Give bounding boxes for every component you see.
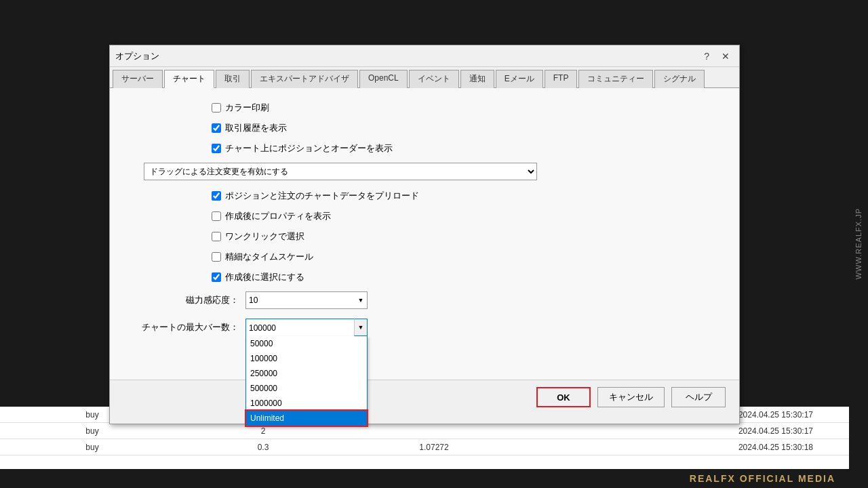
max-bars-input-wrapper[interactable]: ▼ 50000 100000 250000 500000 1000000 Unl…: [245, 319, 368, 336]
side-watermark: WWW.REALFX.JP: [849, 0, 868, 488]
max-bars-option-50000[interactable]: 50000: [246, 336, 367, 351]
tab-bar: サーバー チャート 取引 エキスパートアドバイザ OpenCL イベント 通知 …: [110, 67, 739, 88]
max-bars-option-500000[interactable]: 500000: [246, 381, 367, 396]
max-bars-option-unlimited[interactable]: Unlimited: [246, 411, 367, 426]
magnet-select-wrapper: 1 5 10 20 50 ▼: [245, 291, 368, 309]
tab-trade[interactable]: 取引: [216, 70, 250, 88]
magnet-label: 磁力感応度：: [130, 294, 239, 306]
preload-label[interactable]: ポジションと注文のチャートデータをプリロード: [225, 190, 419, 202]
tab-ftp[interactable]: FTP: [545, 70, 578, 88]
magnet-select[interactable]: 1 5 10 20 50: [245, 291, 368, 309]
cancel-button[interactable]: キャンセル: [597, 387, 665, 407]
dialog-title: オプション: [115, 50, 159, 62]
one-click-checkbox[interactable]: [212, 232, 221, 241]
show-positions-row: チャート上にポジションとオーダーを表示: [212, 142, 719, 155]
max-bars-row: チャートの最大バー数： ▼ 50000 100000 250000 500000…: [130, 319, 719, 336]
content-area: カラー印刷 取引履歴を表示 チャート上にポジションとオーダーを表示 ドラッグによ…: [110, 88, 739, 380]
preload-checkbox[interactable]: [212, 191, 221, 201]
show-positions-label[interactable]: チャート上にポジションとオーダーを表示: [225, 142, 393, 155]
color-print-row: カラー印刷: [212, 102, 719, 114]
one-click-label[interactable]: ワンクリックで選択: [225, 230, 304, 243]
close-title-button[interactable]: ✕: [717, 49, 734, 63]
title-bar-controls: ? ✕: [700, 49, 734, 63]
help-title-button[interactable]: ?: [700, 49, 713, 63]
max-bars-dropdown: 50000 100000 250000 500000 1000000 Unlim…: [245, 336, 368, 426]
preload-row: ポジションと注文のチャートデータをプリロード: [212, 190, 719, 202]
tab-opencl[interactable]: OpenCL: [359, 70, 408, 88]
tab-events[interactable]: イベント: [409, 70, 459, 88]
fine-timescale-checkbox[interactable]: [212, 252, 221, 262]
show-trade-history-checkbox[interactable]: [212, 123, 221, 133]
fine-timescale-row: 精細なタイムスケール: [212, 251, 719, 263]
help-button[interactable]: ヘルプ: [671, 387, 726, 407]
select-after-create-row: 作成後に選択にする: [212, 271, 719, 283]
color-print-label[interactable]: カラー印刷: [225, 102, 269, 114]
show-props-label[interactable]: 作成後にプロパティを表示: [225, 210, 331, 222]
show-props-row: 作成後にプロパティを表示: [212, 210, 719, 222]
show-props-checkbox[interactable]: [212, 211, 221, 221]
tab-notify[interactable]: 通知: [460, 70, 494, 88]
one-click-row: ワンクリックで選択: [212, 230, 719, 243]
max-bars-option-250000[interactable]: 250000: [246, 366, 367, 381]
show-trade-history-label[interactable]: 取引履歴を表示: [225, 122, 287, 134]
tab-ea[interactable]: エキスパートアドバイザ: [251, 70, 358, 88]
drag-orders-select[interactable]: ドラッグによる注文変更を有効にする: [144, 163, 537, 180]
max-bars-dropdown-arrow[interactable]: ▼: [354, 319, 368, 336]
max-bars-option-100000[interactable]: 100000: [246, 351, 367, 366]
bottom-watermark: REALFX OFFICIAL MEDIA: [0, 469, 849, 488]
select-after-create-checkbox[interactable]: [212, 272, 221, 282]
bottom-watermark-text: REALFX OFFICIAL MEDIA: [690, 473, 835, 484]
drag-orders-row: ドラッグによる注文変更を有効にする: [144, 163, 719, 180]
magnet-row: 磁力感応度： 1 5 10 20 50 ▼: [130, 291, 719, 309]
max-bars-input[interactable]: [245, 319, 368, 336]
select-after-create-label[interactable]: 作成後に選択にする: [225, 271, 304, 283]
color-print-checkbox[interactable]: [212, 103, 221, 113]
ok-button[interactable]: OK: [536, 387, 591, 407]
title-bar: オプション ? ✕: [110, 45, 739, 67]
tab-community[interactable]: コミュニティー: [578, 70, 653, 88]
tab-signals[interactable]: シグナル: [654, 70, 705, 88]
side-watermark-text: WWW.REALFX.JP: [854, 208, 863, 279]
options-dialog: オプション ? ✕ サーバー チャート 取引 エキスパートアドバイザ OpenC…: [109, 45, 740, 424]
dialog-overlay: オプション ? ✕ サーバー チャート 取引 エキスパートアドバイザ OpenC…: [0, 0, 849, 469]
max-bars-label: チャートの最大バー数：: [130, 321, 239, 333]
tab-email[interactable]: Eメール: [496, 70, 543, 88]
show-trade-history-row: 取引履歴を表示: [212, 122, 719, 134]
tab-chart[interactable]: チャート: [164, 70, 214, 88]
tab-server[interactable]: サーバー: [113, 70, 163, 88]
button-bar: OK キャンセル ヘルプ: [110, 380, 739, 414]
show-positions-checkbox[interactable]: [212, 144, 221, 153]
max-bars-option-1000000[interactable]: 1000000: [246, 396, 367, 411]
fine-timescale-label[interactable]: 精細なタイムスケール: [225, 251, 313, 263]
